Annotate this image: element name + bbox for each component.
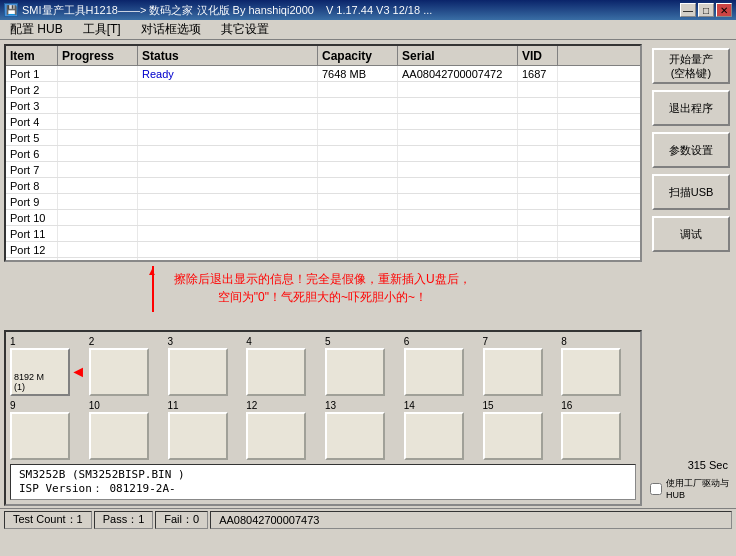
table-row: Port 1 Ready 7648 MB AA08042700007472 16… — [6, 66, 640, 82]
cell-progress — [58, 146, 138, 161]
drive-number: 12 — [246, 400, 257, 411]
table-row: Port 9 — [6, 194, 640, 210]
drive-box[interactable] — [561, 348, 621, 396]
drive-box[interactable] — [483, 348, 543, 396]
cell-capacity — [318, 178, 398, 193]
cell-progress — [58, 98, 138, 113]
drive-number: 4 — [246, 336, 252, 347]
cell-vid — [518, 114, 558, 129]
drive-box[interactable] — [246, 412, 306, 460]
hub-checkbox-row: 使用工厂驱动与 HUB — [650, 477, 732, 500]
cell-capacity — [318, 226, 398, 241]
arrow-head: ▲ — [147, 266, 157, 277]
cell-progress — [58, 114, 138, 129]
cell-vid — [518, 194, 558, 209]
cell-status — [138, 82, 318, 97]
cell-vid — [518, 258, 558, 260]
info-line2: ISP Version： 081219-2A- — [19, 481, 627, 496]
params-button[interactable]: 参数设置 — [652, 132, 730, 168]
drive-label: 8192 M (1) — [14, 372, 44, 392]
cell-vid — [518, 210, 558, 225]
cell-capacity — [318, 242, 398, 257]
drive-box[interactable] — [246, 348, 306, 396]
cell-progress — [58, 178, 138, 193]
drive-number: 3 — [168, 336, 174, 347]
drive-number: 10 — [89, 400, 100, 411]
hub-checkbox[interactable] — [650, 483, 662, 495]
drive-cell: 10 — [89, 400, 164, 460]
cell-capacity — [318, 258, 398, 260]
cell-status — [138, 98, 318, 113]
cell-item: Port 6 — [6, 146, 58, 161]
cell-status — [138, 146, 318, 161]
drive-number: 11 — [168, 400, 179, 411]
menu-tools[interactable]: 工具[T] — [77, 19, 127, 40]
drive-box[interactable] — [89, 412, 149, 460]
drive-number: 9 — [10, 400, 16, 411]
drive-grid-row1: 18192 M (1)◄2345678 — [10, 336, 636, 396]
cell-serial — [398, 130, 518, 145]
col-progress: Progress — [58, 46, 138, 65]
drive-box[interactable] — [168, 412, 228, 460]
menu-config[interactable]: 配置 HUB — [4, 19, 69, 40]
drive-box[interactable] — [404, 348, 464, 396]
cell-item: Port 3 — [6, 98, 58, 113]
drive-box[interactable]: 8192 M (1)◄ — [10, 348, 70, 396]
drive-box[interactable] — [561, 412, 621, 460]
col-item: Item — [6, 46, 58, 65]
menu-other[interactable]: 其它设置 — [215, 19, 275, 40]
menu-dialog[interactable]: 对话框选项 — [135, 19, 207, 40]
cell-item: Port 5 — [6, 130, 58, 145]
close-button[interactable]: ✕ — [716, 3, 732, 17]
drive-box[interactable] — [89, 348, 149, 396]
table-body: Port 1 Ready 7648 MB AA08042700007472 16… — [6, 66, 640, 260]
cell-item: Port 12 — [6, 242, 58, 257]
cell-progress — [58, 258, 138, 260]
status-bar: Test Count：1 Pass：1 Fail：0 AA08042700007… — [0, 508, 736, 530]
drive-cell: 14 — [404, 400, 479, 460]
debug-button[interactable]: 调试 — [652, 216, 730, 252]
cell-capacity: 7648 MB — [318, 66, 398, 81]
table-row: Port 11 — [6, 226, 640, 242]
annotation-text: 擦除后退出显示的信息！完全是假像，重新插入U盘后， 空间为"0"！气死胆大的~吓… — [174, 270, 471, 306]
info-line1: SM3252B (SM3252BISP.BIN ) — [19, 468, 627, 481]
cell-item: Port 13 — [6, 258, 58, 260]
cell-item: Port 2 — [6, 82, 58, 97]
drive-cell: 16 — [561, 400, 636, 460]
cell-item: Port 11 — [6, 226, 58, 241]
cell-serial — [398, 226, 518, 241]
drive-cell: 13 — [325, 400, 400, 460]
scan-button[interactable]: 扫描USB — [652, 174, 730, 210]
cell-serial — [398, 98, 518, 113]
drive-box[interactable] — [10, 412, 70, 460]
start-button[interactable]: 开始量产 (空格键) — [652, 48, 730, 84]
status-fail: Fail：0 — [155, 511, 208, 529]
cell-capacity — [318, 162, 398, 177]
title-bar: 💾 SMI量产工具H1218——> 数码之家 汉化版 By hanshiqi20… — [0, 0, 736, 20]
cell-status — [138, 114, 318, 129]
table-header: Item Progress Status Capacity Serial VID — [6, 46, 640, 66]
drive-number: 8 — [561, 336, 567, 347]
cell-progress — [58, 210, 138, 225]
drive-number: 13 — [325, 400, 336, 411]
cell-progress — [58, 194, 138, 209]
table-row: Port 12 — [6, 242, 640, 258]
info-bar: SM3252B (SM3252BISP.BIN ) ISP Version： 0… — [10, 464, 636, 500]
cell-item: Port 1 — [6, 66, 58, 81]
exit-button[interactable]: 退出程序 — [652, 90, 730, 126]
minimize-button[interactable]: — — [680, 3, 696, 17]
cell-progress — [58, 162, 138, 177]
cell-status: Ready — [138, 66, 318, 81]
drive-box[interactable] — [404, 412, 464, 460]
hub-label: 使用工厂驱动与 HUB — [666, 477, 730, 500]
drive-box[interactable] — [168, 348, 228, 396]
drive-cell: 9 — [10, 400, 85, 460]
app-icon: 💾 — [4, 3, 18, 17]
table-row: Port 4 — [6, 114, 640, 130]
drive-box[interactable] — [325, 412, 385, 460]
cell-serial — [398, 242, 518, 257]
maximize-button[interactable]: □ — [698, 3, 714, 17]
drive-box[interactable] — [483, 412, 543, 460]
drive-cell: 3 — [168, 336, 243, 396]
drive-box[interactable] — [325, 348, 385, 396]
